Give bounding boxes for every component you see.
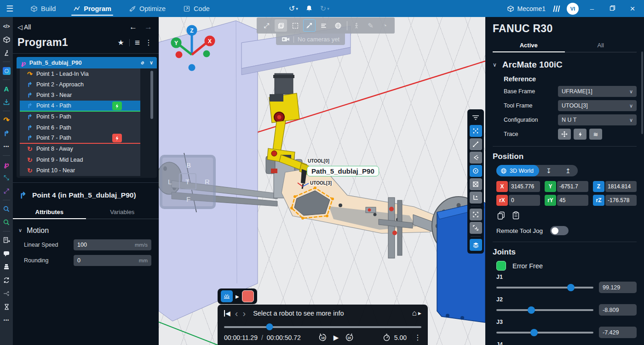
view-cube-top[interactable]: T (185, 178, 190, 186)
snap-angle-button[interactable] (470, 152, 482, 164)
mode-3d-world-button[interactable]: 3D World (496, 165, 539, 176)
branch-icon[interactable] (1, 289, 12, 298)
tab-optimize[interactable]: Optimize (126, 0, 168, 17)
world-globe-button[interactable] (332, 19, 344, 32)
point-row[interactable]: ↻Point 9 - Mid Lead (20, 154, 140, 165)
corner-snap-button[interactable] (470, 222, 482, 234)
tab-all[interactable]: All (565, 40, 637, 52)
view-cube-right[interactable]: R (205, 178, 210, 186)
tab-active[interactable]: Active (493, 40, 565, 52)
snap-origin-button[interactable] (470, 192, 482, 204)
trace-wind-button[interactable]: ≋ (589, 129, 602, 140)
account-button[interactable]: Mecome1 (507, 5, 546, 12)
speed-value[interactable]: 5.00 (394, 334, 407, 341)
snap-face-button[interactable] (470, 178, 482, 190)
time-tool-button[interactable]: ◔ (379, 19, 391, 32)
panel-scrollbar[interactable] (641, 51, 643, 134)
point-row[interactable]: ↱Point 3 - Near (20, 90, 140, 101)
robot-tool-icon[interactable] (1, 48, 12, 57)
fit-view-button[interactable]: ⤢ (260, 19, 273, 32)
j3-slider-thumb[interactable] (530, 329, 538, 336)
program-kebab-icon[interactable]: ⋮ (145, 38, 152, 47)
point-row[interactable]: ↱Point 2 - Approach (20, 79, 140, 90)
weld-expand-arrow[interactable]: ▶ (236, 294, 239, 299)
main-menu-icon[interactable]: ☰ (0, 4, 19, 14)
restore-button[interactable] (605, 5, 619, 12)
components-cube-icon[interactable] (1, 35, 12, 44)
transform-alt-tool-icon[interactable]: ⤢ (1, 187, 12, 196)
rounding-input[interactable]: 0 mm (74, 255, 151, 266)
lift-up-button[interactable]: ↥ (558, 167, 578, 175)
user-avatar[interactable]: VI (567, 3, 579, 15)
tool-frame-select[interactable]: UTOOL[3] ∨ (558, 100, 637, 111)
import-tool-icon[interactable] (1, 97, 12, 107)
rz-value-field[interactable]: -176.578 (605, 195, 637, 206)
j3-value-field[interactable]: -7.429 (599, 327, 637, 338)
orientation-gizmo[interactable]: Z Y X (165, 23, 218, 74)
skip-to-start-button[interactable]: ◀ (224, 310, 230, 317)
more-tools-icon[interactable]: ••• (1, 316, 12, 325)
j3-slider[interactable] (496, 329, 593, 336)
sync-icon[interactable] (1, 276, 12, 285)
j1-slider-thumb[interactable] (567, 284, 575, 291)
trace-lightning-button[interactable] (574, 129, 586, 140)
z-value-field[interactable]: 1814.814 (605, 181, 637, 192)
j2-slider[interactable] (496, 306, 593, 314)
back-to-all-button[interactable]: ◁ All (17, 23, 31, 31)
transform-tool-icon[interactable]: ⤡ (1, 173, 12, 182)
human-model-button[interactable] (350, 19, 362, 32)
linear-speed-input[interactable]: 100 mm/s (74, 239, 151, 250)
layout-blocks-icon[interactable] (1, 262, 12, 271)
align-list-button[interactable] (317, 19, 330, 32)
snap-down-button[interactable]: ↧ (539, 167, 558, 175)
tree-scrollbar[interactable] (150, 71, 153, 119)
j2-slider-thumb[interactable] (528, 306, 535, 314)
layers-button[interactable] (275, 19, 287, 32)
rewind-10-button[interactable]: 10 (318, 333, 327, 342)
search-check-icon[interactable] (1, 218, 12, 227)
focus-selection-button[interactable] (470, 209, 482, 221)
search-info-icon[interactable] (1, 204, 12, 214)
undo-button[interactable]: ↺▾ (286, 2, 301, 15)
robot-collapse-icon[interactable]: ∨ (493, 62, 497, 68)
viewport-3d[interactable]: Z Y X B L T R F ⤢ ✎ ◔ (159, 17, 485, 345)
point-row-error[interactable]: ↱Point 7 - Path (20, 133, 140, 143)
view-cube-back[interactable]: B (186, 161, 191, 169)
annotation-tool-icon[interactable]: A (1, 84, 12, 93)
notifications-button[interactable] (303, 3, 316, 14)
export-document-icon[interactable] (1, 236, 12, 245)
point-row[interactable]: ↻Point 10 - Near (20, 165, 140, 176)
close-button[interactable]: × (626, 4, 639, 14)
code-tool-icon[interactable]: </> (1, 22, 12, 31)
selected-path-label[interactable]: Path_5_dublaj_P90 (307, 166, 379, 176)
trace-move-button[interactable] (558, 129, 571, 140)
hourglass-icon[interactable] (1, 302, 12, 311)
j1-slider[interactable] (496, 284, 593, 291)
tab-variables[interactable]: Variables (86, 206, 159, 219)
history-forward-arrow[interactable]: → (144, 23, 152, 32)
layers-stack-button[interactable] (470, 239, 482, 251)
library-icon[interactable] (552, 5, 560, 13)
view-cube-front[interactable]: F (186, 195, 190, 203)
stop-button[interactable] (242, 290, 254, 302)
path-header-row[interactable]: ℘ Path_5_dublaj_P90 ∨ (17, 57, 157, 68)
ry-value-field[interactable]: 45 (557, 195, 588, 206)
jog-tool-button[interactable] (303, 19, 316, 32)
more-points-icon[interactable]: ••• (1, 142, 12, 151)
redo-button[interactable]: ↻▾ (317, 2, 332, 15)
remote-tool-jog-toggle[interactable] (550, 226, 569, 235)
add-camera-icon[interactable] (282, 36, 290, 42)
snap-circle-button[interactable] (470, 165, 482, 177)
copy-position-icon[interactable] (497, 211, 505, 221)
previous-point-button[interactable]: ‹ (235, 310, 238, 317)
filter-button[interactable] (470, 112, 482, 124)
view-cube[interactable]: B L T R F (160, 155, 216, 209)
next-point-button[interactable]: › (242, 310, 246, 317)
via-point-tool-icon[interactable]: ↷ (1, 115, 12, 124)
speed-icon[interactable] (383, 334, 391, 341)
playback-menu-icon[interactable]: ⋮ (414, 333, 421, 342)
minimize-button[interactable]: – (585, 5, 599, 12)
comments-icon[interactable] (1, 249, 12, 258)
point-row[interactable]: ↷Point 1 - Lead-In Via (20, 68, 140, 79)
point-row[interactable]: ↻Point 8 - Away (20, 144, 140, 154)
